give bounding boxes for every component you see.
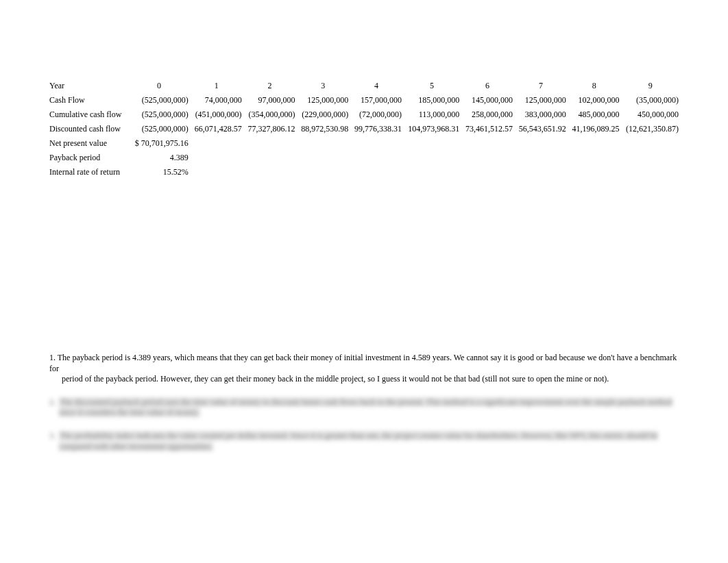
year-label: Year <box>49 79 127 93</box>
cell: 3 <box>295 79 348 93</box>
cell: 1 <box>189 79 242 93</box>
note-line: 1. The payback period is 4.389 years, wh… <box>49 353 677 373</box>
note-number: 2. <box>49 397 59 418</box>
cell: 7 <box>513 79 566 93</box>
note-number: 3. <box>49 431 59 452</box>
payback-value: 4.389 <box>127 151 189 165</box>
table-row: Year 0 1 2 3 4 5 6 7 8 9 <box>49 79 679 93</box>
cell: 77,327,806.12 <box>242 122 295 136</box>
cell: 74,000,000 <box>189 93 242 108</box>
cell: $ 70,701,975.16 <box>127 136 189 151</box>
irr-value: 15.52% <box>127 165 189 179</box>
cell: (354,000,000) <box>242 108 295 122</box>
cell: (72,000,000) <box>348 108 402 122</box>
cell: 102,000,000 <box>566 93 620 108</box>
currency-symbol: $ <box>134 138 139 148</box>
document-content: Year 0 1 2 3 4 5 6 7 8 9 Cash Flow (525,… <box>49 79 679 179</box>
cell: 9 <box>620 79 679 93</box>
cell: 125,000,000 <box>295 93 348 108</box>
cell: (525,000,000) <box>127 108 189 122</box>
irr-label: Internal rate of return <box>49 165 127 179</box>
cum-cf-label: Cumulative cash flow <box>49 108 127 122</box>
note-1: 1. The payback period is 4.389 years, wh… <box>49 353 679 385</box>
cell: 56,543,651.92 <box>513 122 566 136</box>
cell: 97,000,000 <box>242 93 295 108</box>
cell: 485,000,000 <box>566 108 620 122</box>
table-row: Internal rate of return 15.52% <box>49 165 679 179</box>
cell: (525,000,000) <box>127 122 189 136</box>
cell: (12,621,350.87) <box>620 122 679 136</box>
cell: (525,000,000) <box>127 93 189 108</box>
cell: 113,000,000 <box>402 108 459 122</box>
note-text: 1. The payback period is 4.389 years, wh… <box>49 353 679 385</box>
cell: 104,973,968.31 <box>402 122 459 136</box>
note-text: The discounted payback period uses the t… <box>59 397 679 418</box>
notes-section: 1. The payback period is 4.389 years, wh… <box>49 353 679 464</box>
cell: 8 <box>566 79 620 93</box>
blurred-text: The profitability index indicates the va… <box>59 431 658 451</box>
note-line: period of the payback period. However, t… <box>49 374 679 385</box>
cash-flow-table: Year 0 1 2 3 4 5 6 7 8 9 Cash Flow (525,… <box>49 79 679 179</box>
cell: 383,000,000 <box>513 108 566 122</box>
table-row: Payback period 4.389 <box>49 151 679 165</box>
cell: 99,776,338.31 <box>348 122 402 136</box>
cell: 73,461,512.57 <box>459 122 513 136</box>
cell: 0 <box>127 79 189 93</box>
cell: 258,000,000 <box>459 108 513 122</box>
cash-flow-label: Cash Flow <box>49 93 127 108</box>
cell: 88,972,530.98 <box>295 122 348 136</box>
cell: (35,000,000) <box>620 93 679 108</box>
table-row: Discounted cash flow (525,000,000) 66,07… <box>49 122 679 136</box>
cell: 5 <box>402 79 459 93</box>
cell: 450,000,000 <box>620 108 679 122</box>
npv-label: Net present value <box>49 136 127 151</box>
cell: 4 <box>348 79 402 93</box>
cell: (229,000,000) <box>295 108 348 122</box>
note-3-blurred: 3. The profitability index indicates the… <box>49 431 679 452</box>
dcf-label: Discounted cash flow <box>49 122 127 136</box>
table-row: Cash Flow (525,000,000) 74,000,000 97,00… <box>49 93 679 108</box>
npv-value: 70,701,975.16 <box>141 138 189 148</box>
table-row: Net present value $ 70,701,975.16 <box>49 136 679 151</box>
note-2-blurred: 2. The discounted payback period uses th… <box>49 397 679 418</box>
payback-label: Payback period <box>49 151 127 165</box>
cell: 41,196,089.25 <box>566 122 620 136</box>
cell: 145,000,000 <box>459 93 513 108</box>
cell: 2 <box>242 79 295 93</box>
cell: 6 <box>459 79 513 93</box>
cell: 185,000,000 <box>402 93 459 108</box>
blurred-text: The discounted payback period uses the t… <box>59 397 672 418</box>
cell: 125,000,000 <box>513 93 566 108</box>
cell: 157,000,000 <box>348 93 402 108</box>
cell: (451,000,000) <box>189 108 242 122</box>
note-text: The profitability index indicates the va… <box>59 431 679 452</box>
table-row: Cumulative cash flow (525,000,000) (451,… <box>49 108 679 122</box>
cell: 66,071,428.57 <box>189 122 242 136</box>
